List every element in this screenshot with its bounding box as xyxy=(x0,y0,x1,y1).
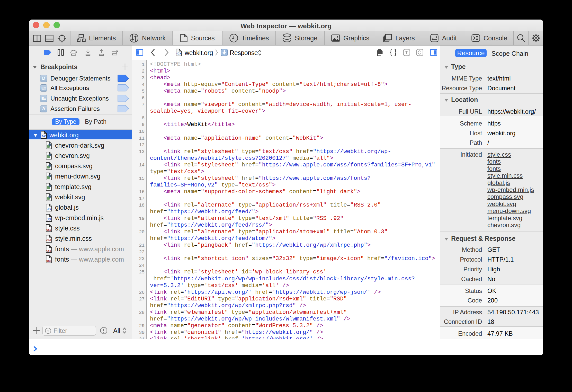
svg-text:<>: <> xyxy=(42,134,46,138)
svg-text:JS: JS xyxy=(47,207,51,211)
svg-text:<>: <> xyxy=(176,51,181,56)
svg-text:css: css xyxy=(46,259,51,263)
svg-text:css: css xyxy=(46,249,51,252)
svg-text:JS: JS xyxy=(47,218,51,221)
svg-text:css: css xyxy=(46,228,51,231)
svg-text:css: css xyxy=(46,238,51,242)
